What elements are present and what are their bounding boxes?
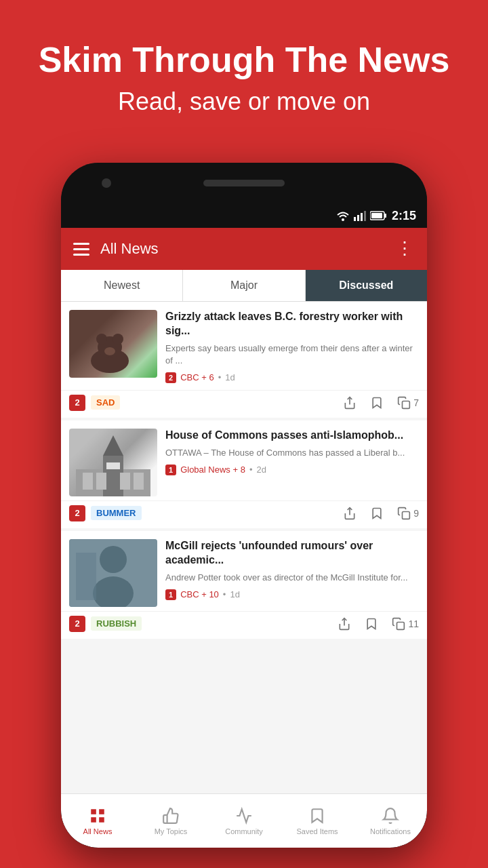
source-time-2: 2d bbox=[256, 465, 266, 475]
action-icons-1: 7 bbox=[343, 396, 419, 410]
bottom-nav: All News My Topics Community Saved Items bbox=[61, 793, 427, 848]
card-actions-3: 2 RUBBISH bbox=[61, 611, 427, 639]
svg-point-0 bbox=[342, 218, 344, 221]
source-badge-1: 2 bbox=[165, 372, 176, 383]
bear-silhouette bbox=[83, 327, 137, 374]
news-card-top-3: McGill rejects 'unfounded rumours' over … bbox=[61, 531, 427, 607]
signal-icon bbox=[354, 210, 366, 221]
news-content-1: Grizzly attack leaves B.C. forestry work… bbox=[165, 310, 419, 386]
news-card-top-1: Grizzly attack leaves B.C. forestry work… bbox=[61, 302, 427, 386]
reaction-badge-2: 2 BUMMER bbox=[69, 505, 142, 521]
tab-discussed[interactable]: Discussed bbox=[306, 270, 427, 301]
battery-icon bbox=[370, 211, 386, 220]
svg-rect-31 bbox=[91, 809, 96, 814]
nav-label-my-topics: My Topics bbox=[155, 827, 188, 835]
news-meta-3: 1 CBC + 10 • 1d bbox=[165, 589, 419, 600]
wifi-icon bbox=[336, 210, 350, 221]
svg-point-26 bbox=[100, 546, 127, 573]
card-actions-1: 2 SAD bbox=[61, 390, 427, 418]
news-thumb-3 bbox=[69, 539, 157, 607]
svg-rect-2 bbox=[357, 215, 359, 221]
svg-rect-1 bbox=[354, 217, 356, 221]
svg-point-12 bbox=[104, 347, 115, 355]
svg-point-11 bbox=[113, 334, 123, 344]
svg-rect-20 bbox=[120, 473, 130, 490]
phone-shell: 2:15 All News ⋮ Newest Major Discussed bbox=[61, 163, 427, 848]
news-excerpt-3: Andrew Potter took over as director of t… bbox=[165, 572, 419, 584]
svg-marker-17 bbox=[103, 435, 123, 456]
toolbar-title: All News bbox=[100, 240, 385, 258]
svg-rect-19 bbox=[96, 473, 106, 490]
action-icons-3: 11 bbox=[338, 617, 419, 631]
news-meta-2: 1 Global News + 8 • 2d bbox=[165, 465, 419, 475]
news-card-2[interactable]: House of Commons passes anti-Islamophob.… bbox=[61, 420, 427, 528]
news-content-3: McGill rejects 'unfounded rumours' over … bbox=[165, 539, 419, 607]
svg-rect-3 bbox=[361, 213, 363, 221]
svg-rect-24 bbox=[403, 511, 410, 519]
nav-notifications[interactable]: Notifications bbox=[354, 802, 427, 841]
nav-saved-items[interactable]: Saved Items bbox=[281, 802, 354, 841]
nav-my-topics[interactable]: My Topics bbox=[134, 802, 207, 841]
source-badge-3: 1 bbox=[165, 589, 176, 600]
source-badge-2: 1 bbox=[165, 465, 176, 475]
source-name-1: CBC + 6 bbox=[180, 372, 214, 382]
app-screen: All News ⋮ Newest Major Discussed bbox=[61, 228, 427, 793]
sort-tabs: Newest Major Discussed bbox=[61, 270, 427, 302]
copy-count-3: 11 bbox=[408, 618, 419, 629]
svg-rect-6 bbox=[384, 214, 386, 218]
bookmark-icon-1[interactable] bbox=[370, 396, 384, 410]
my-topics-icon bbox=[162, 807, 180, 825]
svg-rect-18 bbox=[83, 473, 93, 490]
svg-rect-4 bbox=[364, 211, 366, 221]
more-options-icon[interactable]: ⋮ bbox=[396, 243, 415, 254]
bg-header: Skim Through The News Read, save or move… bbox=[0, 0, 488, 136]
source-time-3: 1d bbox=[230, 589, 239, 599]
tab-newest[interactable]: Newest bbox=[61, 270, 183, 301]
copy-icon-1[interactable]: 7 bbox=[397, 396, 419, 410]
share-icon-1[interactable] bbox=[343, 396, 357, 410]
all-news-icon bbox=[89, 807, 106, 825]
bookmark-icon-3[interactable] bbox=[365, 617, 378, 631]
news-list: Grizzly attack leaves B.C. forestry work… bbox=[61, 302, 427, 791]
svg-rect-22 bbox=[106, 462, 120, 469]
news-thumb-1 bbox=[69, 310, 157, 378]
svg-rect-7 bbox=[371, 213, 382, 218]
share-icon-3[interactable] bbox=[338, 617, 351, 631]
news-excerpt-2: OTTAWA – The House of Commons has passed… bbox=[165, 447, 419, 459]
reaction-badge-1: 2 SAD bbox=[69, 395, 137, 411]
tab-major[interactable]: Major bbox=[183, 270, 305, 301]
menu-icon[interactable] bbox=[73, 243, 89, 256]
notifications-icon bbox=[382, 807, 399, 825]
svg-rect-14 bbox=[403, 401, 410, 408]
news-card-3[interactable]: McGill rejects 'unfounded rumours' over … bbox=[61, 531, 427, 639]
share-icon-2[interactable] bbox=[343, 507, 357, 520]
svg-rect-32 bbox=[99, 809, 104, 814]
phone-camera bbox=[102, 178, 111, 188]
parliament-silhouette bbox=[69, 429, 157, 496]
nav-label-community: Community bbox=[225, 827, 263, 835]
news-content-2: House of Commons passes anti-Islamophob.… bbox=[165, 429, 419, 496]
news-title-1: Grizzly attack leaves B.C. forestry work… bbox=[165, 310, 419, 338]
news-excerpt-1: Experts say bears usually emerge from th… bbox=[165, 342, 419, 367]
copy-icon-2[interactable]: 9 bbox=[397, 507, 419, 520]
phone-speaker bbox=[203, 180, 285, 186]
status-time: 2:15 bbox=[392, 209, 416, 223]
news-card-1[interactable]: Grizzly attack leaves B.C. forestry work… bbox=[61, 302, 427, 418]
saved-items-icon bbox=[308, 807, 326, 825]
nav-label-saved-items: Saved Items bbox=[296, 827, 338, 835]
svg-rect-21 bbox=[134, 473, 144, 490]
news-card-top-2: House of Commons passes anti-Islamophob.… bbox=[61, 420, 427, 496]
reaction-num-1: 2 bbox=[69, 395, 85, 411]
source-time-1: 1d bbox=[225, 372, 235, 382]
svg-rect-34 bbox=[99, 817, 104, 823]
nav-label-notifications: Notifications bbox=[370, 827, 411, 835]
phone-top-bar bbox=[61, 163, 427, 203]
copy-icon-3[interactable]: 11 bbox=[392, 617, 419, 631]
status-icons bbox=[336, 210, 386, 221]
nav-community[interactable]: Community bbox=[207, 802, 281, 841]
bookmark-icon-2[interactable] bbox=[370, 507, 384, 520]
news-title-2: House of Commons passes anti-Islamophob.… bbox=[165, 429, 419, 443]
reaction-num-3: 2 bbox=[69, 616, 85, 632]
nav-all-news[interactable]: All News bbox=[61, 802, 134, 841]
reaction-badge-3: 2 RUBBISH bbox=[69, 616, 142, 632]
